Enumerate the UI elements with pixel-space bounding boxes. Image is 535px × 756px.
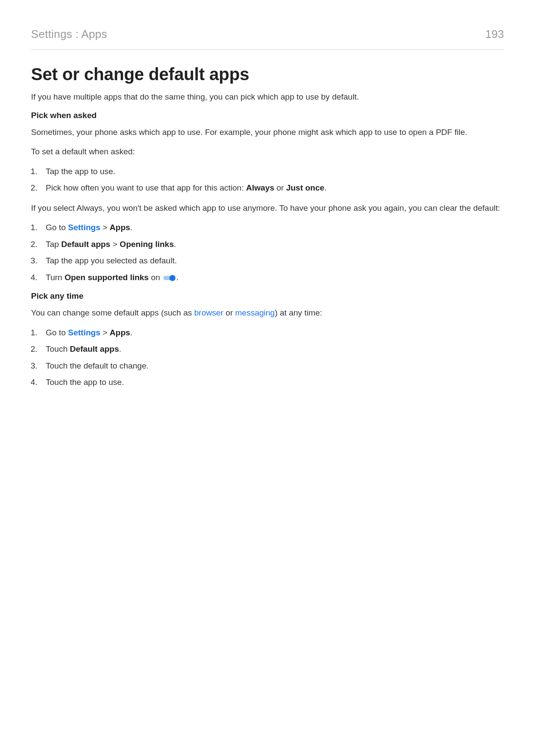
page-title: Set or change default apps [31,65,504,84]
text: on [149,273,163,282]
settings-link[interactable]: Settings [68,328,100,337]
header-divider [31,50,504,50]
paragraph: To set a default when asked: [31,146,504,158]
settings-link[interactable]: Settings [68,223,100,232]
text: . [324,183,326,192]
page-number: 193 [485,28,504,41]
text: or [223,308,235,317]
bold-text: Opening links [120,240,174,249]
text: > [100,328,110,337]
breadcrumb: Settings : Apps [31,28,107,41]
text: . [174,240,176,249]
text: You can change some default apps (such a… [31,308,194,317]
bold-text: Apps [110,328,130,337]
text: . [130,328,132,337]
document-page: Settings : Apps 193 Set or change defaul… [0,0,535,756]
text: . [130,223,132,232]
list-item: Go to Settings > Apps. [40,222,504,234]
text: ) at any time: [275,308,322,317]
text: > [110,240,120,249]
text: . [119,344,121,353]
list-item: Touch the app to use. [40,376,504,389]
bold-text: Just once [286,183,325,192]
section-heading-pick-when-asked: Pick when asked [31,111,504,120]
bold-text: Default apps [70,344,119,353]
list-item: Pick how often you want to use that app … [40,182,504,194]
text: Touch [46,344,70,353]
intro-paragraph: If you have multiple apps that do the sa… [31,91,504,103]
text: Go to [46,328,68,337]
bold-text: Default apps [61,240,110,249]
bold-text: Apps [110,223,130,232]
browser-link[interactable]: browser [194,308,224,317]
text: Go to [46,223,68,232]
list-item: Tap Default apps > Opening links. [40,238,504,251]
ordered-list: Go to Settings > Apps. Tap Default apps … [31,222,504,284]
ordered-list: Tap the app to use. Pick how often you w… [31,166,504,194]
list-item: Tap the app you selected as default. [40,255,504,267]
text: or [274,183,286,192]
bold-text: Always [246,183,274,192]
list-item: Go to Settings > Apps. [40,327,504,339]
text: Turn [46,273,65,282]
text: Pick how often you want to use that app … [46,183,246,192]
bold-text: Open supported links [65,273,149,282]
section-heading-pick-any-time: Pick any time [31,291,504,301]
text: . [176,273,178,282]
list-item: Turn Open supported links on . [40,272,504,284]
list-item: Tap the app to use. [40,166,504,178]
text: > [100,223,110,232]
list-item: Touch Default apps. [40,343,504,356]
paragraph: You can change some default apps (such a… [31,307,504,319]
ordered-list: Go to Settings > Apps. Touch Default app… [31,327,504,389]
text: Tap [46,240,61,249]
page-header: Settings : Apps 193 [31,28,504,41]
list-item: Touch the default to change. [40,360,504,372]
paragraph: If you select Always, you won't be asked… [31,202,504,214]
messaging-link[interactable]: messaging [235,308,275,317]
toggle-on-icon [163,275,175,281]
paragraph: Sometimes, your phone asks which app to … [31,126,504,138]
